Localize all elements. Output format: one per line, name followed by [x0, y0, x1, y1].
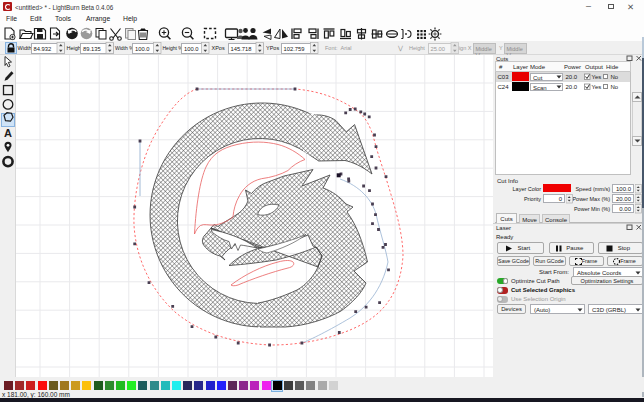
svg-text:A: A — [4, 127, 12, 139]
